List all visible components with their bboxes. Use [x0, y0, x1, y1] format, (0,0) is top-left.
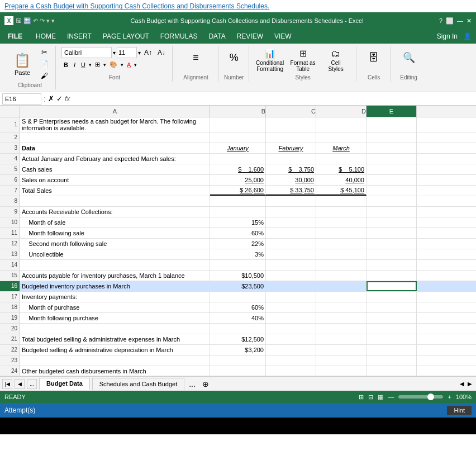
- cell-18-E[interactable]: [366, 302, 417, 312]
- scroll-right-icon[interactable]: ▶: [466, 381, 474, 387]
- cell-19-C[interactable]: [266, 313, 316, 323]
- tab-ellipsis-btn[interactable]: ...: [187, 380, 198, 388]
- cell-12-C[interactable]: [266, 239, 316, 249]
- cell-1-C[interactable]: [266, 117, 316, 132]
- cell-9-D[interactable]: [316, 207, 366, 217]
- cell-16-B[interactable]: $23,500: [210, 281, 266, 291]
- cell-23-C[interactable]: [266, 356, 316, 366]
- menu-file[interactable]: FILE: [0, 29, 30, 44]
- cell-3-D[interactable]: March: [316, 143, 366, 153]
- cell-15-A[interactable]: Accounts payable for inventory purchases…: [20, 271, 210, 281]
- cell-23-A[interactable]: [20, 356, 210, 366]
- menu-insert[interactable]: INSERT: [61, 29, 97, 44]
- cell-14-B[interactable]: [210, 260, 266, 270]
- cell-15-C[interactable]: [266, 271, 316, 281]
- cell-23-B[interactable]: [210, 356, 266, 366]
- cell-13-D[interactable]: [316, 249, 366, 259]
- underline-dropdown-icon[interactable]: ▾: [89, 62, 92, 68]
- zoom-minus-icon[interactable]: —: [388, 394, 394, 400]
- cell-5-A[interactable]: Cash sales: [20, 164, 210, 174]
- cell-1-E[interactable]: [366, 117, 417, 132]
- cell-12-B[interactable]: 22%: [210, 239, 266, 249]
- cell-3-E[interactable]: [366, 143, 417, 153]
- cell-6-E[interactable]: [366, 175, 417, 185]
- format-table-button[interactable]: ⊞ Format as Table: [288, 47, 318, 73]
- signin[interactable]: Sign In: [437, 32, 463, 40]
- cell-4-C[interactable]: [266, 154, 316, 164]
- cell-21-E[interactable]: [366, 334, 417, 344]
- font-size-dropdown-icon[interactable]: ▾: [138, 50, 141, 56]
- cell-1-B[interactable]: [210, 117, 266, 132]
- cell-8-E[interactable]: [366, 196, 417, 206]
- cell-1-A[interactable]: S & P Enterprises needs a cash budget fo…: [20, 117, 210, 132]
- cell-9-C[interactable]: [266, 207, 316, 217]
- cell-11-D[interactable]: [316, 228, 366, 238]
- cell-8-A[interactable]: [20, 196, 210, 206]
- cell-22-A[interactable]: Budgeted selling & administrative deprec…: [20, 345, 210, 355]
- cell-10-B[interactable]: 15%: [210, 217, 266, 227]
- cell-2-E[interactable]: [366, 132, 417, 143]
- cell-17-E[interactable]: [366, 292, 417, 302]
- cell-24-D[interactable]: [316, 366, 366, 376]
- tab-nav-prev[interactable]: ◀: [15, 379, 25, 389]
- formula-input[interactable]: [72, 95, 474, 103]
- page-layout-view-icon[interactable]: ⊟: [368, 394, 373, 401]
- cell-5-C[interactable]: $ 3,750: [266, 164, 316, 174]
- conditional-formatting-button[interactable]: 📊 Conditional Formatting: [255, 47, 285, 73]
- cell-2-A[interactable]: [20, 132, 210, 143]
- cell-11-C[interactable]: [266, 228, 316, 238]
- col-header-A[interactable]: A: [20, 106, 210, 117]
- cell-22-D[interactable]: [316, 345, 366, 355]
- font-size-input[interactable]: [117, 47, 137, 58]
- col-header-B[interactable]: B: [210, 106, 266, 117]
- cell-10-E[interactable]: [366, 217, 417, 227]
- cell-4-B[interactable]: [210, 154, 266, 164]
- cell-16-C[interactable]: [266, 281, 316, 291]
- menu-review[interactable]: REVIEW: [231, 29, 269, 44]
- cell-20-D[interactable]: [316, 324, 366, 334]
- cell-12-E[interactable]: [366, 239, 417, 249]
- zoom-slider[interactable]: [398, 395, 443, 399]
- restore-icon[interactable]: ⬜: [446, 17, 454, 25]
- cell-24-C[interactable]: [266, 366, 316, 376]
- cell-24-A[interactable]: Other budgeted cash disbursements in Mar…: [20, 366, 210, 376]
- cell-17-C[interactable]: [266, 292, 316, 302]
- cell-24-E[interactable]: [366, 366, 417, 376]
- copy-button[interactable]: 📄: [37, 59, 51, 69]
- cut-button[interactable]: ✂: [37, 47, 51, 58]
- cell-10-D[interactable]: [316, 217, 366, 227]
- cell-21-D[interactable]: [316, 334, 366, 344]
- decrease-font-button[interactable]: A↓: [155, 48, 168, 58]
- cell-4-D[interactable]: [316, 154, 366, 164]
- cell-19-B[interactable]: 40%: [210, 313, 266, 323]
- cell-6-C[interactable]: 30,000: [266, 175, 316, 185]
- cell-9-B[interactable]: [210, 207, 266, 217]
- font-color-button[interactable]: A: [125, 60, 133, 69]
- cell-12-A[interactable]: Second month following sale: [20, 239, 210, 249]
- tab-nav-ellipsis[interactable]: ...: [27, 379, 37, 389]
- cell-20-A[interactable]: [20, 324, 210, 334]
- cell-7-D[interactable]: $ 45,100: [316, 186, 366, 196]
- fill-dropdown-icon[interactable]: ▾: [121, 62, 123, 68]
- cell-17-D[interactable]: [316, 292, 366, 302]
- cell-13-A[interactable]: Uncollectible: [20, 249, 210, 259]
- cell-6-A[interactable]: Sales on account: [20, 175, 210, 185]
- cell-2-B[interactable]: [210, 132, 266, 143]
- zoom-plus-icon[interactable]: +: [448, 394, 451, 400]
- cell-styles-button[interactable]: 🗂 Cell Styles: [321, 48, 351, 73]
- borders-dropdown-icon[interactable]: ▾: [103, 62, 106, 68]
- increase-font-button[interactable]: A↑: [142, 48, 154, 58]
- cell-3-B[interactable]: January: [210, 143, 266, 153]
- cell-24-B[interactable]: [210, 366, 266, 376]
- bold-button[interactable]: B: [61, 60, 70, 69]
- cell-19-A[interactable]: Month following purchase: [20, 313, 210, 323]
- cell-18-A[interactable]: Month of purchase: [20, 302, 210, 312]
- cell-10-C[interactable]: [266, 217, 316, 227]
- cell-23-D[interactable]: [316, 356, 366, 366]
- cell-22-E[interactable]: [366, 345, 417, 355]
- cell-reference-box[interactable]: [2, 93, 41, 105]
- menu-page-layout[interactable]: PAGE LAYOUT: [97, 29, 155, 44]
- cell-11-E[interactable]: [366, 228, 417, 238]
- menu-formulas[interactable]: FORMULAS: [155, 29, 203, 44]
- cell-17-A[interactable]: Inventory payments:: [20, 292, 210, 302]
